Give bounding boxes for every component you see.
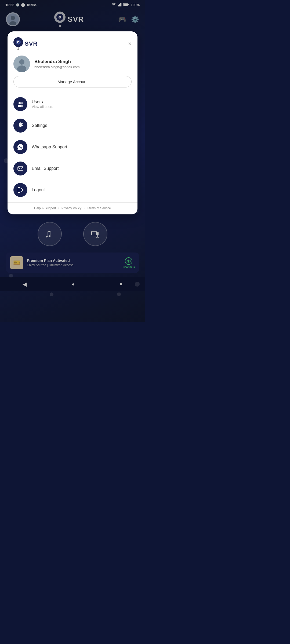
modal-header: SVR ×: [8, 31, 137, 53]
privacy-link[interactable]: Privacy Policy: [61, 206, 82, 210]
settings-menu-icon: [13, 119, 27, 133]
footer-dot-1: •: [58, 206, 59, 210]
user-avatar: [13, 56, 30, 72]
settings-label: Settings: [32, 123, 47, 128]
logout-label: Logout: [32, 188, 45, 192]
users-icon: [13, 97, 27, 111]
email-label: Email Support: [32, 166, 59, 171]
svg-rect-17: [18, 167, 23, 170]
menu-item-settings[interactable]: Settings: [8, 115, 137, 136]
user-name: Bholendra Singh: [34, 59, 80, 64]
menu-list: Users View all users Settings: [8, 92, 137, 202]
manage-account-button[interactable]: Manage Account: [13, 76, 132, 87]
user-profile-section: Bholendra Singh bholendra.singh@aajtak.c…: [8, 53, 137, 92]
page-wrapper: 10:53 🕐 10 KB/s: [0, 0, 145, 322]
logout-text: Logout: [32, 188, 45, 192]
email-icon: [13, 162, 27, 175]
whatsapp-icon: [13, 140, 27, 154]
whatsapp-text: Whatsapp Support: [32, 145, 67, 149]
user-details: Bholendra Singh bholendra.singh@aajtak.c…: [34, 59, 80, 69]
svg-point-13: [19, 102, 21, 104]
email-text: Email Support: [32, 166, 59, 171]
account-modal: SVR × Bholendra Singh bholendra.singh@aa…: [8, 31, 137, 214]
svg-point-11: [19, 59, 24, 65]
footer-dot-2: •: [84, 206, 85, 210]
modal-logo-text: SVR: [25, 40, 38, 47]
users-text: Users View all users: [32, 100, 53, 109]
terms-link[interactable]: Terms of Service: [87, 206, 111, 210]
modal-logo: SVR: [13, 37, 38, 50]
users-sublabel: View all users: [32, 105, 53, 109]
logout-icon: [13, 183, 27, 197]
menu-item-email[interactable]: Email Support: [8, 158, 137, 179]
svg-point-16: [21, 105, 23, 107]
whatsapp-label: Whatsapp Support: [32, 145, 67, 149]
user-email: bholendra.singh@aajtak.com: [34, 65, 80, 69]
menu-item-whatsapp[interactable]: Whatsapp Support: [8, 136, 137, 158]
svg-point-15: [21, 102, 23, 104]
help-link[interactable]: Help & Support: [34, 206, 56, 210]
menu-item-logout[interactable]: Logout: [8, 179, 137, 201]
svg-point-12: [17, 65, 26, 72]
settings-text: Settings: [32, 123, 47, 128]
users-label: Users: [32, 100, 53, 104]
close-button[interactable]: ×: [128, 41, 132, 47]
menu-item-users[interactable]: Users View all users: [8, 93, 137, 115]
modal-footer: Help & Support • Privacy Policy • Terms …: [8, 202, 137, 212]
user-info-row: Bholendra Singh bholendra.singh@aajtak.c…: [13, 56, 132, 72]
